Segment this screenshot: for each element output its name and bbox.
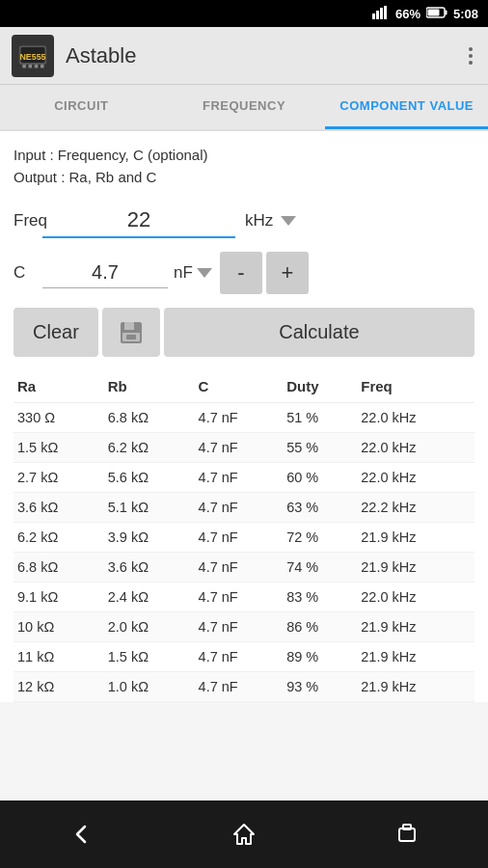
tab-frequency[interactable]: FREQUENCY [163,85,326,129]
table-row: 6.8 kΩ3.6 kΩ4.7 nF74 %21.9 kHz [14,553,474,583]
freq-unit-selector[interactable]: kHz [235,211,296,231]
svg-rect-5 [445,10,447,14]
svg-rect-2 [380,8,383,19]
svg-rect-15 [124,322,134,330]
cell-8-4: 21.9 kHz [357,642,474,672]
c-plus-button[interactable]: + [266,252,309,294]
table-row: 10 kΩ2.0 kΩ4.7 nF86 %21.9 kHz [14,612,474,642]
cell-8-2: 4.7 nF [195,642,284,672]
cell-2-2: 4.7 nF [195,463,284,493]
table-row: 330 Ω6.8 kΩ4.7 nF51 %22.0 kHz [14,403,474,433]
c-unit-dropdown-icon[interactable] [197,268,212,278]
svg-rect-17 [126,335,136,339]
cell-0-1: 6.8 kΩ [104,403,195,433]
recents-button[interactable] [383,810,431,858]
svg-text:NE555: NE555 [19,51,45,61]
cell-7-3: 86 % [283,612,357,642]
tab-component-value[interactable]: COMPONENT VALUE [325,85,488,129]
c-unit-label: nF [174,263,193,283]
freq-unit-dropdown-icon[interactable] [281,216,296,226]
tab-circuit[interactable]: CIRCUIT [0,85,163,129]
cell-7-1: 2.0 kΩ [104,612,195,642]
svg-rect-20 [403,825,411,829]
table-row: 2.7 kΩ5.6 kΩ4.7 nF60 %22.0 kHz [14,463,474,493]
cell-0-3: 51 % [283,403,357,433]
col-freq: Freq [357,370,474,403]
cell-2-1: 5.6 kΩ [104,463,195,493]
action-buttons-row: Clear Calculate [14,308,474,357]
calculate-button[interactable]: Calculate [164,308,474,357]
cell-4-3: 72 % [283,523,357,553]
c-input-row: C nF - + [14,252,474,294]
freq-input[interactable] [42,203,235,238]
save-button[interactable] [102,308,160,357]
more-menu-button[interactable] [465,43,476,68]
col-duty: Duty [283,370,357,403]
svg-rect-13 [41,64,44,68]
cell-8-0: 11 kΩ [14,642,104,672]
table-row: 1.5 kΩ6.2 kΩ4.7 nF55 %22.0 kHz [14,433,474,463]
cell-4-4: 21.9 kHz [357,523,474,553]
time-text: 5:08 [453,7,478,21]
svg-rect-0 [372,14,375,19]
cell-0-4: 22.0 kHz [357,403,474,433]
app-bar: NE555 Astable [0,27,488,85]
cell-1-0: 1.5 kΩ [14,433,104,463]
results-section: Ra Rb C Duty Freq 330 Ω6.8 kΩ4.7 nF51 %2… [14,370,474,702]
battery-icon [426,7,447,21]
signal-icon [372,6,390,22]
cell-9-3: 93 % [283,672,357,702]
c-minus-button[interactable]: - [220,252,262,294]
cell-6-4: 22.0 kHz [357,583,474,612]
cell-9-4: 21.9 kHz [357,672,474,702]
col-ra: Ra [14,370,104,403]
cell-5-3: 74 % [283,553,357,583]
cell-1-1: 6.2 kΩ [104,433,195,463]
cell-9-0: 12 kΩ [14,672,104,702]
save-icon [118,319,145,346]
cell-3-2: 4.7 nF [195,493,284,523]
svg-rect-10 [22,64,26,68]
cell-5-2: 4.7 nF [195,553,284,583]
table-row: 3.6 kΩ5.1 kΩ4.7 nF63 %22.2 kHz [14,493,474,523]
app-icon: NE555 [12,35,54,77]
freq-unit-label: kHz [245,211,273,231]
cell-3-0: 3.6 kΩ [14,493,104,523]
back-button[interactable] [57,810,105,858]
cell-9-1: 1.0 kΩ [104,672,195,702]
svg-rect-6 [427,9,439,15]
svg-rect-11 [29,64,33,68]
cell-7-2: 4.7 nF [195,612,284,642]
c-label: C [14,263,42,283]
table-row: 9.1 kΩ2.4 kΩ4.7 nF83 %22.0 kHz [14,583,474,612]
cell-4-2: 4.7 nF [195,523,284,553]
cell-2-0: 2.7 kΩ [14,463,104,493]
c-input[interactable] [42,258,168,288]
c-pm-controls: - + [220,252,309,294]
svg-rect-3 [384,6,387,19]
col-rb: Rb [104,370,195,403]
svg-marker-18 [234,825,254,844]
cell-0-2: 4.7 nF [195,403,284,433]
freq-input-row: Freq kHz [14,203,474,238]
cell-4-0: 6.2 kΩ [14,523,104,553]
input-description: Input : Frequency, C (optional) [14,145,474,167]
freq-label: Freq [14,211,42,231]
bottom-nav [0,800,488,868]
app-title: Astable [66,43,465,68]
cell-8-3: 89 % [283,642,357,672]
table-row: 11 kΩ1.5 kΩ4.7 nF89 %21.9 kHz [14,642,474,672]
cell-1-2: 4.7 nF [195,433,284,463]
clear-button[interactable]: Clear [14,308,98,357]
table-header-row: Ra Rb C Duty Freq [14,370,474,403]
table-row: 12 kΩ1.0 kΩ4.7 nF93 %21.9 kHz [14,672,474,702]
io-description: Input : Frequency, C (optional) Output :… [14,145,474,188]
results-table: Ra Rb C Duty Freq 330 Ω6.8 kΩ4.7 nF51 %2… [14,370,474,702]
cell-6-0: 9.1 kΩ [14,583,104,612]
output-description: Output : Ra, Rb and C [14,167,474,189]
cell-4-1: 3.9 kΩ [104,523,195,553]
status-bar: 66% 5:08 [0,0,488,27]
cell-1-4: 22.0 kHz [357,433,474,463]
cell-0-0: 330 Ω [14,403,104,433]
home-button[interactable] [220,810,268,858]
